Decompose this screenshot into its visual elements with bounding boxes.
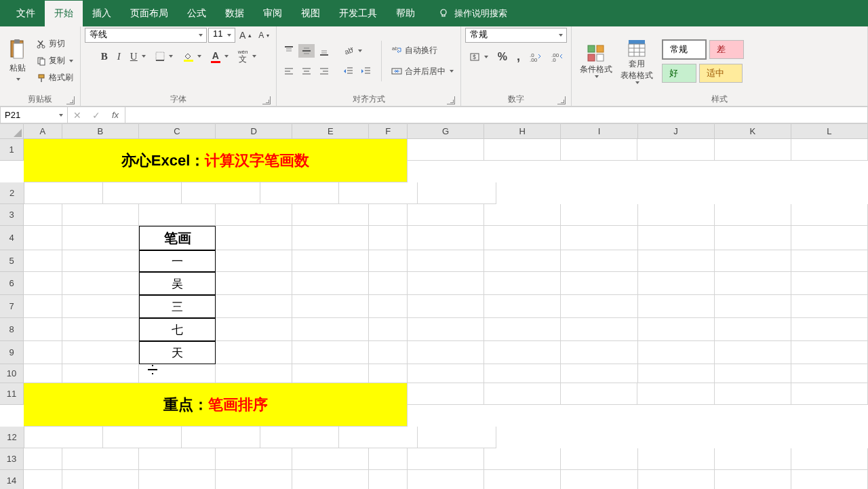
- tab-insert[interactable]: 插入: [83, 1, 121, 26]
- row-header[interactable]: 2: [0, 182, 24, 204]
- style-normal[interactable]: 常规: [662, 39, 707, 60]
- column-header[interactable]: D: [216, 124, 292, 139]
- bold-button[interactable]: B: [98, 50, 111, 64]
- cell[interactable]: [418, 182, 496, 204]
- row-header[interactable]: 11: [0, 383, 24, 405]
- wrap-text-button[interactable]: ab自动换行: [389, 43, 456, 58]
- row-header[interactable]: 4: [0, 226, 24, 250]
- row-header[interactable]: 10: [0, 364, 24, 383]
- cell[interactable]: [216, 295, 292, 318]
- column-header[interactable]: L: [791, 124, 868, 139]
- cell[interactable]: [260, 427, 339, 448]
- tab-file[interactable]: 文件: [7, 1, 45, 26]
- cell[interactable]: [62, 204, 139, 226]
- align-top-button[interactable]: [281, 44, 297, 58]
- cell[interactable]: [561, 383, 637, 405]
- cancel-formula-button[interactable]: ✕: [68, 110, 87, 121]
- italic-button[interactable]: I: [115, 50, 123, 64]
- cell[interactable]: [638, 448, 715, 470]
- cell[interactable]: [24, 448, 62, 470]
- format-painter-button[interactable]: 格式刷: [34, 71, 76, 85]
- cell[interactable]: [103, 427, 182, 448]
- cell[interactable]: [292, 341, 369, 364]
- cell[interactable]: [182, 182, 260, 204]
- increase-font-button[interactable]: A▴: [237, 28, 254, 42]
- align-center-button[interactable]: [298, 64, 315, 78]
- cell[interactable]: [260, 182, 339, 204]
- cell[interactable]: [408, 318, 484, 341]
- cell[interactable]: [292, 204, 369, 226]
- cell[interactable]: [638, 318, 715, 341]
- cell[interactable]: [484, 383, 561, 405]
- cell[interactable]: [715, 226, 791, 250]
- tell-me-search[interactable]: 操作说明搜索: [438, 7, 507, 20]
- cell[interactable]: [715, 364, 791, 383]
- row-header[interactable]: 7: [0, 295, 24, 318]
- cell[interactable]: [216, 272, 292, 295]
- column-header[interactable]: I: [561, 124, 637, 139]
- cell[interactable]: [369, 364, 408, 383]
- cell[interactable]: [216, 448, 292, 470]
- cell[interactable]: [791, 470, 868, 489]
- cell[interactable]: [638, 341, 715, 364]
- cell[interactable]: [24, 318, 62, 341]
- cell[interactable]: [408, 364, 484, 383]
- cell[interactable]: [715, 448, 791, 470]
- cell[interactable]: [791, 250, 868, 272]
- cell[interactable]: [62, 448, 139, 470]
- row-header[interactable]: 14: [0, 470, 24, 489]
- decrease-indent-button[interactable]: [340, 64, 357, 78]
- cell[interactable]: [339, 182, 418, 204]
- cell[interactable]: [638, 250, 715, 272]
- cell[interactable]: [715, 295, 791, 318]
- cell[interactable]: [408, 448, 484, 470]
- cell[interactable]: [484, 470, 561, 489]
- insert-function-button[interactable]: fx: [106, 110, 125, 120]
- cell[interactable]: [561, 470, 637, 489]
- cell[interactable]: [791, 139, 868, 161]
- cell[interactable]: [24, 295, 62, 318]
- cell[interactable]: [292, 226, 369, 250]
- cell[interactable]: [408, 383, 484, 405]
- cell[interactable]: [369, 470, 408, 489]
- cell[interactable]: [62, 250, 139, 272]
- cell[interactable]: [715, 272, 791, 295]
- tab-layout[interactable]: 页面布局: [121, 1, 178, 26]
- cell[interactable]: [561, 204, 637, 226]
- row-header[interactable]: 13: [0, 448, 24, 470]
- cell[interactable]: [418, 427, 496, 448]
- cell[interactable]: [484, 226, 561, 250]
- decrease-font-button[interactable]: A▾: [256, 29, 272, 41]
- cell[interactable]: 笔画: [139, 226, 216, 250]
- cell[interactable]: [791, 448, 868, 470]
- cell[interactable]: [62, 470, 139, 489]
- cell[interactable]: [139, 470, 216, 489]
- cell[interactable]: [369, 226, 408, 250]
- cell[interactable]: [369, 295, 408, 318]
- cell[interactable]: [484, 341, 561, 364]
- cell[interactable]: [369, 250, 408, 272]
- cell[interactable]: [182, 427, 260, 448]
- tab-review[interactable]: 审阅: [254, 1, 292, 26]
- cell[interactable]: [561, 226, 637, 250]
- cell[interactable]: [484, 139, 561, 161]
- conditional-format-button[interactable]: 条件格式: [576, 42, 616, 79]
- cell[interactable]: [103, 182, 182, 204]
- cell[interactable]: [484, 318, 561, 341]
- cell[interactable]: [216, 226, 292, 250]
- name-box[interactable]: P21: [0, 106, 68, 123]
- cell[interactable]: 七: [139, 318, 216, 341]
- cell[interactable]: [715, 318, 791, 341]
- cell[interactable]: [62, 272, 139, 295]
- column-header[interactable]: H: [484, 124, 561, 139]
- cut-button[interactable]: 剪切: [34, 37, 76, 51]
- cell[interactable]: [561, 272, 637, 295]
- column-header[interactable]: K: [715, 124, 791, 139]
- cell[interactable]: [369, 448, 408, 470]
- cell[interactable]: [484, 204, 561, 226]
- cell[interactable]: [561, 318, 637, 341]
- cell[interactable]: 三: [139, 295, 216, 318]
- cell[interactable]: [62, 295, 139, 318]
- cell[interactable]: [139, 204, 216, 226]
- tab-home[interactable]: 开始: [45, 1, 83, 26]
